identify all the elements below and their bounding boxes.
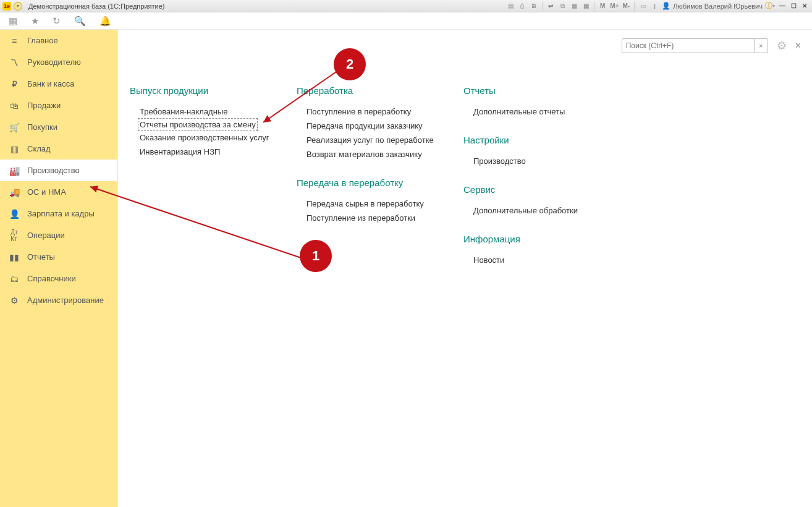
sidebar-item-label: Продажи: [27, 101, 61, 110]
annotation-badge-1: 1: [300, 240, 332, 272]
link-additional-reports[interactable]: Дополнительные отчеты: [463, 104, 606, 119]
warehouse-icon: ▥: [9, 144, 20, 154]
ruble-icon: ₽: [9, 79, 20, 89]
link-wip-inventory[interactable]: Инвентаризация НЗП: [130, 145, 272, 159]
icon-strip: ▦ ★ ↻ 🔍 🔔: [0, 12, 812, 30]
sidebar-item-label: Отчеты: [27, 252, 55, 262]
sidebar-item-main[interactable]: ≡Главное: [0, 30, 117, 51]
link-production-services[interactable]: Оказание производственных услуг: [130, 130, 272, 145]
calendar-icon[interactable]: ▦: [569, 1, 579, 11]
operations-icon: ДтКт: [9, 229, 20, 242]
link-processing-services[interactable]: Реализация услуг по переработке: [297, 133, 439, 147]
link-news[interactable]: Новости: [463, 253, 606, 267]
user-icon: 👤: [662, 2, 670, 10]
apps-icon[interactable]: ▦: [9, 15, 17, 27]
memory-m-button[interactable]: M: [598, 1, 607, 11]
settings-gear-icon[interactable]: ⚙: [777, 39, 787, 53]
link-requirements-invoice[interactable]: Требования-накладные: [130, 104, 272, 119]
sidebar-item-label: ОС и НМА: [27, 187, 66, 197]
link-production-settings[interactable]: Производство: [463, 154, 606, 168]
close-button[interactable]: ✕: [800, 1, 810, 11]
sidebar-item-purchases[interactable]: 🛒Покупки: [0, 116, 117, 138]
titlebar: 1e ▾ Демонстрационная база (1С:Предприят…: [0, 0, 812, 12]
minimize-button[interactable]: —: [777, 1, 787, 11]
truck-icon: 🚚: [9, 187, 20, 197]
link-additional-processing[interactable]: Дополнительные обработки: [463, 203, 606, 218]
gear-icon: ⚙: [9, 296, 20, 305]
sidebar-item-bank[interactable]: ₽Банк и касса: [0, 73, 117, 95]
dropdown-small-icon[interactable]: ▾: [772, 3, 775, 9]
group-title-processing: Переработка: [297, 85, 439, 96]
sidebar-item-label: Руководителю: [27, 58, 81, 67]
sidebar-item-label: Зарплата и кадры: [27, 209, 95, 218]
print-icon[interactable]: ⎙: [517, 1, 527, 11]
bell-icon[interactable]: 🔔: [99, 15, 111, 27]
column-misc: Отчеты Дополнительные отчеты Настройки П…: [463, 85, 606, 283]
memory-mminus-button[interactable]: M-: [621, 1, 631, 11]
sidebar-item-reports[interactable]: ▮▮Отчеты: [0, 246, 117, 268]
user-block[interactable]: 👤 Любимов Валерий Юрьевич: [659, 2, 765, 10]
sidebar-item-label: Главное: [27, 36, 58, 45]
book-icon[interactable]: ⫿: [649, 1, 659, 11]
sidebar-item-warehouse[interactable]: ▥Склад: [0, 138, 117, 160]
toolbar-icons: ▤ ⎙ 🗎 ⇄ ⧉ ▦ ▦ M M+ M- ▭ ⫿: [505, 1, 659, 11]
folder-icon: 🗂: [9, 274, 20, 284]
sidebar-item-hr[interactable]: 👤Зарплата и кадры: [0, 203, 117, 224]
restore-button[interactable]: ☐: [789, 1, 798, 11]
link-transfer-raw[interactable]: Передача сырья в переработку: [297, 197, 439, 211]
sidebar-item-manager[interactable]: 〽Руководителю: [0, 51, 117, 73]
column-output: Выпуск продукции Требования-накладные От…: [130, 85, 272, 283]
info-icon[interactable]: ⓘ: [765, 1, 772, 11]
compare-icon[interactable]: ⇄: [546, 1, 556, 11]
sidebar-item-production[interactable]: 🏭Производство: [0, 160, 117, 181]
sidebar-item-sales[interactable]: 🛍Продажи: [0, 95, 117, 116]
grid-icon[interactable]: ▦: [581, 1, 591, 11]
sidebar-item-label: Справочники: [27, 274, 76, 283]
sidebar-item-label: Администрирование: [27, 296, 104, 305]
sidebar-item-operations[interactable]: ДтКтОперации: [0, 224, 117, 246]
person-icon: 👤: [9, 209, 20, 219]
sidebar: ≡Главное 〽Руководителю ₽Банк и касса 🛍Пр…: [0, 30, 117, 507]
group-title-service: Сервис: [463, 184, 606, 195]
group-title-transfer: Передача в переработку: [297, 177, 439, 188]
sidebar-item-label: Банк и касса: [27, 79, 75, 88]
link-receipt-processing[interactable]: Поступление в переработку: [297, 104, 439, 119]
menu-icon: ≡: [9, 36, 20, 46]
user-name: Любимов Валерий Юрьевич: [673, 2, 763, 10]
cart-icon: 🛒: [9, 122, 20, 132]
search-input[interactable]: [622, 38, 755, 53]
link-production-reports[interactable]: Отчеты производства за смену: [138, 119, 257, 130]
history-icon[interactable]: ↻: [53, 15, 61, 27]
save-icon[interactable]: ▤: [505, 1, 515, 11]
favorite-icon[interactable]: ★: [31, 15, 39, 27]
sidebar-item-label: Склад: [27, 144, 51, 153]
sidebar-item-label: Производство: [27, 166, 80, 175]
group-title-reports: Отчеты: [463, 85, 606, 96]
copy-icon[interactable]: ⧉: [557, 1, 567, 11]
link-return-materials[interactable]: Возврат материалов заказчику: [297, 147, 439, 161]
content-area: × ⚙ × Выпуск продукции Требования-наклад…: [117, 30, 812, 507]
calculator-icon[interactable]: ▭: [638, 1, 648, 11]
bag-icon: 🛍: [9, 101, 20, 111]
window-title: Демонстрационная база (1С:Предприятие): [28, 2, 164, 10]
bar-chart-icon: ▮▮: [9, 252, 20, 262]
group-title-output: Выпуск продукции: [130, 85, 272, 96]
link-transfer-customer[interactable]: Передача продукции заказчику: [297, 119, 439, 133]
search-icon[interactable]: 🔍: [74, 15, 86, 27]
sidebar-item-directories[interactable]: 🗂Справочники: [0, 268, 117, 289]
sidebar-item-admin[interactable]: ⚙Администрирование: [0, 289, 117, 311]
dropdown-icon[interactable]: ▾: [14, 2, 22, 11]
annotation-badge-2: 2: [334, 48, 366, 80]
sidebar-item-label: Операции: [27, 231, 65, 240]
sidebar-item-assets[interactable]: 🚚ОС и НМА: [0, 181, 117, 203]
group-title-settings: Настройки: [463, 135, 606, 145]
search-clear-button[interactable]: ×: [755, 38, 768, 53]
app-logo: 1e: [2, 2, 11, 11]
sidebar-item-label: Покупки: [27, 122, 57, 132]
link-receipt-from-processing[interactable]: Поступление из переработки: [297, 211, 439, 225]
preview-icon[interactable]: 🗎: [529, 1, 539, 11]
memory-mplus-button[interactable]: M+: [609, 1, 619, 11]
factory-icon: 🏭: [9, 166, 20, 176]
group-title-information: Информация: [463, 234, 606, 244]
panel-close-icon[interactable]: ×: [795, 40, 801, 51]
